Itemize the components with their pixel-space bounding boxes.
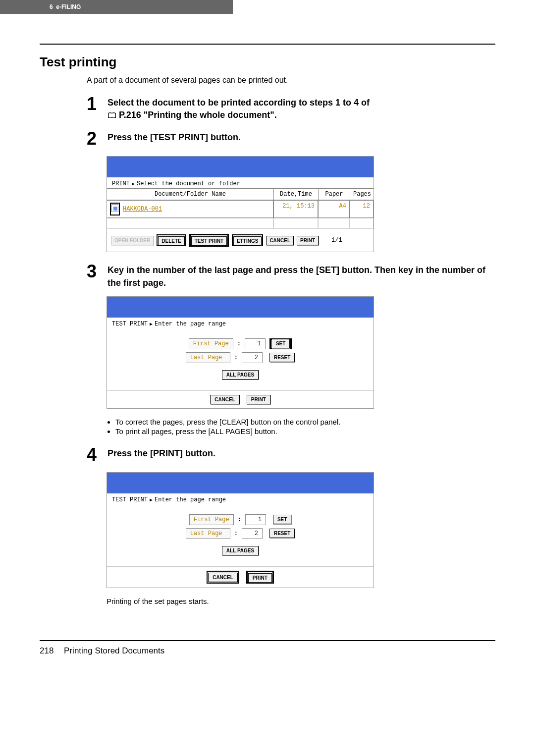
intro-text: A part of a document of several pages ca… — [87, 76, 495, 85]
screenshot-print-list: PRINT▶Select the document or folder Docu… — [107, 156, 374, 252]
cancel-button[interactable]: CANCEL — [210, 395, 240, 404]
screen-header-bar — [107, 297, 374, 318]
last-page-input[interactable]: 2 — [242, 528, 263, 539]
delete-button[interactable]: DELETE — [158, 236, 184, 246]
screenshot-page-range-set: TEST PRINT▶Enter the page range First Pa… — [107, 296, 374, 409]
highlight-frame: DELETE — [157, 234, 186, 246]
footer-section-name: Printing Stored Documents — [64, 646, 164, 655]
cancel-button[interactable]: CANCEL — [266, 236, 294, 245]
step-3-title: Key in the number of the last page and p… — [107, 264, 495, 289]
highlight-frame — [110, 203, 120, 216]
breadcrumb: TEST PRINT▶Enter the page range — [107, 318, 374, 328]
first-page-row: First Page : 1 SET — [107, 338, 374, 349]
col-pages-header: Pages — [350, 189, 374, 200]
first-page-input[interactable]: 1 — [245, 338, 266, 349]
section-title: Test printing — [40, 54, 495, 70]
test-print-button[interactable]: TEST PRINT — [191, 236, 227, 246]
table-row-empty — [107, 218, 374, 229]
table-header: Document/Folder Name Date,Time Paper Pag… — [107, 188, 374, 200]
notes-list: To correct the pages, press the [CLEAR] … — [107, 418, 495, 435]
triangle-icon: ▶ — [132, 181, 135, 187]
highlight-frame: TEST PRINT — [189, 234, 229, 247]
document-icon — [111, 204, 118, 212]
first-page-label: First Page — [189, 514, 234, 525]
last-page-label: Last Page — [186, 352, 230, 363]
col-date-header: Date,Time — [273, 189, 318, 200]
step-number: 4 — [87, 444, 101, 465]
step-1-title: Select the document to be printed accord… — [107, 97, 495, 121]
list-item: To correct the pages, press the [CLEAR] … — [115, 418, 495, 426]
screen-header-bar — [107, 473, 374, 493]
list-item: To print all pages, press the [ALL PAGES… — [115, 427, 495, 435]
settings-button[interactable]: ETTINGS — [233, 236, 262, 246]
step-4-title: Press the [PRINT] button. — [107, 447, 495, 460]
triangle-icon: ▶ — [150, 321, 153, 327]
step-1: 1 Select the document to be printed acco… — [87, 94, 495, 121]
doc-name: HAKKODA-001 — [123, 206, 162, 213]
header-tab: 6 e-FILING — [0, 0, 233, 14]
open-folder-button[interactable]: OPEN FOLDER — [111, 236, 154, 245]
col-name-header: Document/Folder Name — [107, 189, 273, 200]
all-pages-button[interactable]: ALL PAGES — [222, 370, 259, 379]
last-page-input[interactable]: 2 — [242, 352, 263, 363]
screen-header-bar — [107, 157, 374, 177]
last-page-row: Last Page : 2 RESET — [107, 528, 374, 539]
table-row[interactable]: HAKKODA-001 21, 15:13 A4 12 — [107, 200, 374, 218]
step-2-title: Press the [TEST PRINT] button. — [107, 131, 495, 144]
print-button[interactable]: PRINT — [248, 573, 272, 583]
cancel-button[interactable]: CANCEL — [208, 573, 238, 582]
highlight-frame: PRINT — [246, 571, 274, 584]
print-button[interactable]: PRINT — [297, 236, 319, 245]
last-page-row: Last Page : 2 RESET — [107, 352, 374, 363]
step-number: 2 — [87, 128, 101, 149]
page-indicator: 1/1 — [331, 237, 342, 244]
book-icon — [107, 112, 116, 119]
chapter-number: 6 e-FILING — [50, 3, 81, 10]
step-3: 3 Key in the number of the last page and… — [87, 261, 495, 289]
highlight-frame: SET — [269, 338, 292, 349]
step-number: 1 — [87, 94, 101, 121]
cell-paper: A4 — [318, 200, 350, 218]
print-button[interactable]: PRINT — [247, 395, 270, 404]
col-paper-header: Paper — [318, 189, 350, 200]
step-number: 3 — [87, 261, 101, 289]
set-button[interactable]: SET — [273, 515, 291, 524]
page-footer: 218 Printing Stored Documents — [0, 641, 535, 661]
screenshot-page-range-print: TEST PRINT▶Enter the page range First Pa… — [107, 472, 374, 588]
highlight-frame: CANCEL — [207, 571, 239, 584]
set-button[interactable]: SET — [271, 339, 290, 348]
last-page-label: Last Page — [186, 528, 230, 539]
first-page-label: First Page — [189, 338, 233, 349]
button-toolbar: OPEN FOLDER DELETE TEST PRINT ETTINGS CA… — [107, 229, 374, 252]
page-number: 218 — [40, 646, 54, 656]
step-4: 4 Press the [PRINT] button. — [87, 444, 495, 465]
reset-button[interactable]: RESET — [269, 353, 295, 362]
first-page-input[interactable]: 1 — [245, 514, 266, 525]
reset-button[interactable]: RESET — [269, 529, 295, 538]
horizontal-rule — [40, 44, 495, 45]
cell-date: 21, 15:13 — [273, 200, 318, 218]
first-page-row: First Page : 1 SET — [107, 514, 374, 525]
breadcrumb: TEST PRINT▶Enter the page range — [107, 493, 374, 504]
highlight-frame: ETTINGS — [232, 234, 263, 246]
closing-text: Printing of the set pages starts. — [107, 597, 495, 605]
step-2: 2 Press the [TEST PRINT] button. — [87, 128, 495, 149]
breadcrumb: PRINT▶Select the document or folder — [107, 177, 374, 188]
all-pages-button[interactable]: ALL PAGES — [222, 546, 259, 555]
triangle-icon: ▶ — [150, 497, 153, 503]
cell-pages: 12 — [350, 200, 374, 218]
